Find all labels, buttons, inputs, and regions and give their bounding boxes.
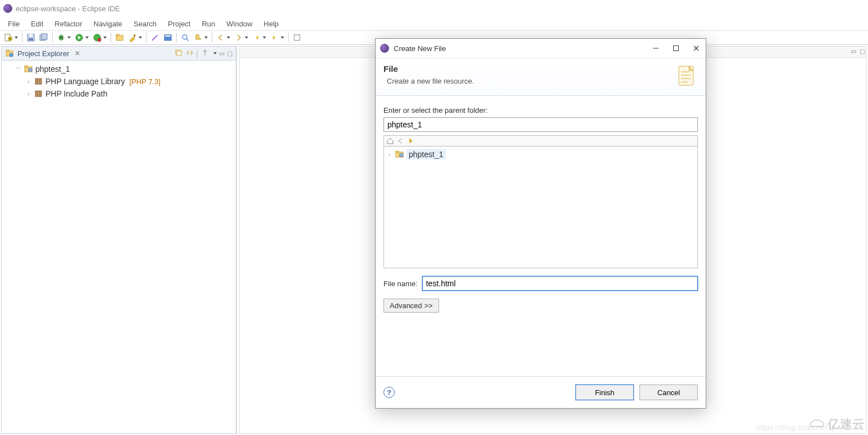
toggle-breadcrumb-button[interactable] (162, 31, 174, 44)
tree-toggle-collapsed-icon[interactable]: › (386, 152, 393, 158)
toolbar-separator (52, 33, 53, 43)
editor-minimize-icon[interactable]: ▭ (851, 48, 856, 55)
external-tools-button[interactable] (126, 31, 144, 44)
menu-search[interactable]: Search (128, 18, 162, 30)
finish-button[interactable]: Finish (575, 384, 634, 400)
dialog-close-button[interactable] (691, 43, 701, 53)
home-icon[interactable] (386, 137, 394, 145)
forward-arrow-icon[interactable] (406, 137, 414, 145)
menu-help[interactable]: Help (258, 18, 285, 30)
project-folder-icon (24, 65, 33, 74)
editor-maximize-icon[interactable]: ▢ (860, 48, 865, 55)
toolbar-separator (176, 33, 177, 43)
parent-folder-label: Enter or select the parent folder: (383, 106, 698, 115)
svg-rect-27 (29, 68, 32, 71)
library-icon (34, 77, 43, 86)
dialog-banner: File Create a new file resource. (376, 58, 706, 96)
project-explorer-tree[interactable]: ﹀ phptest_1 › PHP Language Library [PHP … (1, 61, 236, 434)
dialog-titlebar[interactable]: Create New File (376, 39, 706, 58)
collapse-all-icon[interactable] (174, 48, 183, 59)
create-new-file-dialog: Create New File File Create a new file r… (375, 38, 706, 409)
eclipse-app-icon (380, 44, 389, 53)
dialog-minimize-button[interactable] (651, 43, 661, 53)
menu-edit[interactable]: Edit (25, 18, 49, 30)
debug-button[interactable] (55, 31, 72, 44)
advanced-button[interactable]: Advanced >> (383, 299, 439, 313)
new-button[interactable] (2, 31, 20, 44)
link-editor-icon[interactable] (185, 48, 194, 59)
project-explorer-title: Project Explorer (17, 49, 69, 58)
menu-window[interactable]: Window (221, 18, 258, 30)
toolbar-separator (212, 33, 212, 43)
search-button[interactable] (179, 31, 191, 44)
run-button[interactable] (73, 31, 90, 44)
back-arrow-icon[interactable] (396, 137, 404, 145)
tree-node-decorator: [PHP 7.3] (129, 77, 160, 86)
tree-node-project[interactable]: › phptest_1 (386, 149, 695, 160)
project-explorer-header: Project Explorer ✕ | ▭ ▢ (1, 46, 236, 61)
library-icon (34, 89, 43, 98)
dialog-title: Create New File (394, 44, 446, 53)
annotation-next-button[interactable] (192, 31, 209, 44)
svg-rect-12 (116, 34, 119, 36)
cancel-button[interactable]: Cancel (639, 384, 698, 400)
folder-tree-nav (383, 135, 698, 146)
minimize-view-icon[interactable]: ▭ (219, 50, 225, 57)
svg-rect-18 (294, 35, 300, 40)
view-close-icon[interactable]: ✕ (75, 49, 80, 57)
project-explorer-icon (5, 49, 14, 58)
svg-rect-33 (40, 91, 42, 97)
svg-point-21 (10, 53, 13, 57)
next-edit-button[interactable] (232, 31, 250, 44)
run-last-button[interactable] (91, 31, 108, 44)
tree-node-project[interactable]: ﹀ phptest_1 (4, 63, 234, 75)
file-name-input[interactable] (422, 276, 698, 291)
tree-node-label: phptest_1 (35, 65, 70, 74)
svg-rect-13 (134, 34, 135, 37)
toolbar-separator (288, 33, 289, 43)
svg-point-10 (98, 38, 101, 42)
filter-icon[interactable] (200, 48, 209, 59)
forward-button[interactable] (268, 31, 286, 44)
save-all-button[interactable] (38, 31, 50, 44)
menu-navigate[interactable]: Navigate (88, 18, 128, 30)
project-explorer-view: Project Explorer ✕ | ▭ ▢ ﹀ phptest_ (1, 46, 237, 434)
tree-node-include-path[interactable]: › PHP Include Path (4, 88, 234, 100)
svg-rect-37 (396, 151, 399, 153)
folder-tree[interactable]: › phptest_1 (383, 146, 698, 268)
prev-edit-button[interactable] (214, 31, 232, 44)
svg-rect-30 (40, 79, 42, 84)
menu-project[interactable]: Project (162, 18, 196, 30)
tree-toggle-expanded-icon[interactable]: ﹀ (15, 65, 22, 73)
help-icon[interactable]: ? (383, 387, 395, 398)
svg-rect-23 (177, 51, 181, 56)
svg-point-24 (204, 49, 207, 52)
svg-rect-4 (29, 38, 33, 40)
window-title: eclipse-workspace - Eclipse IDE (16, 4, 120, 13)
back-button[interactable] (250, 31, 268, 44)
tree-toggle-collapsed-icon[interactable]: › (25, 91, 32, 97)
menu-run[interactable]: Run (196, 18, 221, 30)
new-project-button[interactable] (113, 31, 126, 44)
svg-rect-34 (674, 46, 679, 51)
maximize-view-icon[interactable]: ▢ (227, 50, 232, 57)
menu-file[interactable]: File (2, 18, 25, 30)
corner-logo: 亿速云 (810, 416, 865, 433)
menu-refactor[interactable]: Refactor (49, 18, 88, 30)
parent-folder-input[interactable] (383, 117, 698, 132)
save-button[interactable] (25, 31, 37, 44)
toolbar-separator (146, 33, 147, 43)
pe-separator: | (197, 49, 198, 58)
tree-node-php-library[interactable]: › PHP Language Library [PHP 7.3] (4, 75, 234, 88)
tree-toggle-collapsed-icon[interactable]: › (25, 79, 32, 85)
menu-bar[interactable]: File Edit Refactor Navigate Search Proje… (0, 17, 868, 30)
pin-button[interactable] (291, 31, 303, 44)
dialog-maximize-button[interactable] (671, 43, 681, 53)
file-name-label: File name: (383, 280, 418, 288)
view-menu-icon[interactable] (212, 52, 217, 54)
wand-button[interactable] (149, 31, 161, 44)
svg-rect-26 (25, 66, 28, 67)
svg-rect-16 (165, 35, 171, 36)
new-file-wizard-icon (675, 64, 698, 89)
toolbar-separator (22, 33, 22, 43)
